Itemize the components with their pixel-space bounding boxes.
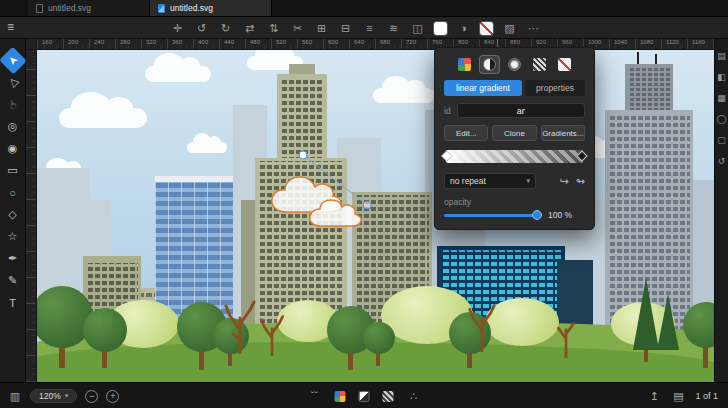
tab-properties[interactable]: properties bbox=[525, 80, 585, 96]
mesh-icon[interactable]: ∴ bbox=[407, 389, 421, 403]
fill-swatch[interactable] bbox=[434, 22, 447, 35]
linear-gradient-paint-icon[interactable] bbox=[480, 56, 499, 73]
gradient-preview[interactable] bbox=[446, 150, 583, 163]
ruler-label: 920 bbox=[536, 39, 546, 45]
pan-tool[interactable]: ☞ bbox=[3, 95, 22, 115]
cloud[interactable] bbox=[187, 142, 227, 153]
clone-button[interactable]: Clone bbox=[492, 125, 536, 141]
tab-untitled-2[interactable]: untitled.svg bbox=[150, 0, 272, 16]
checks-icon[interactable]: ˇˇ bbox=[308, 389, 322, 403]
opacity-slider-knob[interactable] bbox=[532, 210, 542, 220]
cut-icon[interactable]: ✂ bbox=[290, 21, 305, 36]
fill-stroke-panel-icon[interactable]: ◧ bbox=[717, 72, 726, 82]
tab-untitled-1[interactable]: untitled.svg bbox=[28, 0, 150, 16]
toolbar-icons: ✛↺↻⇄⇅✂⊞⊟≡≋◫◑▨⋯ bbox=[170, 17, 541, 39]
pattern-icon[interactable]: ▨ bbox=[502, 21, 517, 36]
bare-tree[interactable] bbox=[223, 296, 257, 354]
statusbar-center-icons: ˇˇ∴ bbox=[308, 383, 421, 408]
boards-icon[interactable]: ▥ bbox=[8, 389, 22, 403]
group-icon[interactable]: ⊞ bbox=[314, 21, 329, 36]
node-select-tool[interactable]: ▷ bbox=[0, 69, 26, 97]
id-input[interactable] bbox=[457, 103, 585, 118]
ruler-label: 1160 bbox=[692, 39, 705, 45]
none-paint-icon[interactable] bbox=[555, 56, 574, 73]
rotate-ccw-icon[interactable]: ↺ bbox=[194, 21, 209, 36]
zoom-in-button[interactable]: + bbox=[106, 390, 119, 403]
align-icon[interactable]: ≡ bbox=[362, 21, 377, 36]
text-tool[interactable]: T bbox=[3, 293, 23, 312]
flip-vertical-icon[interactable]: ⇅ bbox=[266, 21, 281, 36]
export-panel-icon[interactable]: ▢ bbox=[717, 135, 726, 145]
repeat-select[interactable]: no repeat ▾ bbox=[444, 173, 536, 189]
ruler-label: 760 bbox=[432, 39, 442, 45]
gradient-swatch-icon[interactable] bbox=[359, 391, 370, 402]
document-icon[interactable]: ▤ bbox=[671, 389, 685, 403]
flip-horizontal-icon[interactable]: ⇄ bbox=[242, 21, 257, 36]
bare-tree[interactable] bbox=[467, 300, 497, 352]
star-tool[interactable]: ☆ bbox=[3, 227, 23, 246]
zoom-out-button[interactable]: − bbox=[85, 390, 98, 403]
gradient-start-handle[interactable] bbox=[299, 151, 307, 159]
rotate-cw-icon[interactable]: ↻ bbox=[218, 21, 233, 36]
tree-round[interactable] bbox=[363, 322, 395, 354]
boolean-ops-icon[interactable]: ◫ bbox=[410, 21, 425, 36]
solid-paint-swatch bbox=[458, 58, 471, 71]
rect-tool[interactable]: ▭ bbox=[3, 161, 23, 180]
gradient-end-handle[interactable] bbox=[363, 201, 371, 209]
move-icon[interactable]: ✛ bbox=[170, 21, 185, 36]
opacity-row: 100 % bbox=[444, 210, 585, 220]
cloud[interactable] bbox=[59, 108, 147, 128]
color-picker-tool[interactable]: ◉ bbox=[3, 139, 23, 158]
polygon-tool[interactable]: ◇ bbox=[3, 205, 23, 224]
defs-panel-icon[interactable]: ▦ bbox=[717, 93, 726, 103]
reverse-gradient-icon[interactable]: ↪ bbox=[560, 175, 569, 188]
canvas[interactable] bbox=[37, 50, 714, 382]
distribute-icon[interactable]: ≋ bbox=[386, 21, 401, 36]
tab-bar: untitled.svg untitled.svg bbox=[0, 0, 728, 17]
swatches-icon[interactable] bbox=[335, 391, 346, 402]
pattern-swatch-icon[interactable] bbox=[383, 391, 394, 402]
cloud[interactable] bbox=[373, 88, 435, 103]
gradient-stop-end[interactable] bbox=[576, 150, 587, 161]
tree-round[interactable] bbox=[83, 308, 127, 352]
opacity-slider[interactable] bbox=[444, 214, 540, 217]
geometry-panel-icon[interactable]: ◯ bbox=[716, 114, 726, 124]
ungroup-icon[interactable]: ⊟ bbox=[338, 21, 353, 36]
bare-tree[interactable] bbox=[259, 312, 285, 356]
edit-button[interactable]: Edit... bbox=[444, 125, 488, 141]
pattern-paint-icon[interactable] bbox=[530, 56, 549, 73]
page-indicator[interactable]: 1 of 1 bbox=[695, 391, 718, 401]
cloud[interactable] bbox=[145, 66, 211, 82]
radial-gradient-paint-icon[interactable] bbox=[505, 56, 524, 73]
selected-cloud-outline[interactable] bbox=[272, 177, 361, 226]
panels-icon[interactable]: ▤ bbox=[717, 51, 726, 61]
status-bar: ▥ 120% ▾ − + ˇˇ∴ ↥▤ 1 of 1 bbox=[0, 382, 728, 408]
gradient-buttons: Edit... Clone Gradients... bbox=[444, 125, 585, 141]
bare-tree-branches bbox=[470, 306, 495, 352]
ruler-label: 560 bbox=[302, 39, 312, 45]
vector-editor-app: untitled.svg untitled.svg ≡ ✛↺↻⇄⇅✂⊞⊟≡≋◫◑… bbox=[0, 0, 728, 408]
more-options-icon[interactable]: ⋯ bbox=[526, 21, 541, 36]
path-tool[interactable]: ✒ bbox=[3, 249, 23, 268]
gradients-button[interactable]: Gradients... bbox=[541, 125, 585, 141]
tab-label: untitled.svg bbox=[48, 3, 91, 13]
zoom-level[interactable]: 120% ▾ bbox=[30, 389, 77, 403]
building-gray-upper[interactable] bbox=[625, 64, 673, 116]
tab-linear-gradient[interactable]: linear gradient bbox=[444, 80, 522, 96]
menu-icon[interactable]: ≡ bbox=[7, 20, 14, 34]
gradient-stop-start[interactable] bbox=[441, 150, 452, 161]
stroke-none-swatch[interactable] bbox=[480, 22, 493, 35]
repeat-mode-icon[interactable]: ↬ bbox=[576, 175, 585, 188]
pencil-tool[interactable]: ✎ bbox=[3, 271, 23, 290]
history-panel-icon[interactable]: ↺ bbox=[718, 156, 726, 166]
ellipse-tool[interactable]: ○ bbox=[3, 183, 23, 202]
zoom-tool[interactable]: ◎ bbox=[3, 117, 23, 136]
zoom-value: 120% bbox=[39, 391, 61, 401]
solid-paint-icon[interactable] bbox=[455, 56, 474, 73]
export-icon[interactable]: ↥ bbox=[647, 389, 661, 403]
gradient-icon[interactable]: ◑ bbox=[456, 21, 471, 36]
statusbar-left-icons: ▥ bbox=[8, 389, 22, 403]
tab-label: untitled.svg bbox=[170, 3, 213, 13]
selected-cloud-object[interactable] bbox=[259, 148, 381, 244]
bare-tree[interactable] bbox=[553, 312, 579, 358]
